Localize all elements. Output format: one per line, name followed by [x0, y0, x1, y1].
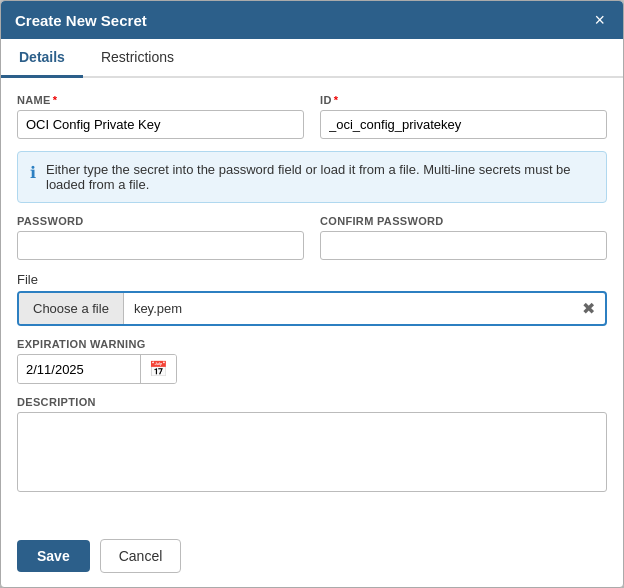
id-field: ID*	[320, 94, 607, 139]
modal-header: Create New Secret ×	[1, 1, 623, 39]
save-button[interactable]: Save	[17, 540, 90, 572]
create-secret-modal: Create New Secret × Details Restrictions…	[0, 0, 624, 588]
file-input-row: Choose a file key.pem ✖	[17, 291, 607, 326]
file-clear-button[interactable]: ✖	[572, 293, 605, 324]
calendar-button[interactable]: 📅	[140, 355, 176, 383]
expiration-input[interactable]	[18, 356, 140, 383]
name-id-row: NAME* ID*	[17, 94, 607, 139]
id-label: ID*	[320, 94, 607, 106]
tab-restrictions[interactable]: Restrictions	[83, 39, 192, 78]
password-field: PASSWORD	[17, 215, 304, 260]
info-text: Either type the secret into the password…	[46, 162, 594, 192]
password-input[interactable]	[17, 231, 304, 260]
name-field: NAME*	[17, 94, 304, 139]
description-textarea[interactable]	[17, 412, 607, 492]
modal-title: Create New Secret	[15, 12, 147, 29]
expiration-row: EXPIRATION WARNING 📅	[17, 338, 607, 384]
tab-bar: Details Restrictions	[1, 39, 623, 78]
confirm-password-input[interactable]	[320, 231, 607, 260]
modal-footer: Save Cancel	[1, 529, 623, 587]
confirm-password-field: CONFIRM PASSWORD	[320, 215, 607, 260]
tab-details[interactable]: Details	[1, 39, 83, 78]
password-row: PASSWORD CONFIRM PASSWORD	[17, 215, 607, 260]
info-box: ℹ Either type the secret into the passwo…	[17, 151, 607, 203]
file-label: File	[17, 272, 607, 287]
date-input-wrap: 📅	[17, 354, 177, 384]
name-label: NAME*	[17, 94, 304, 106]
confirm-password-label: CONFIRM PASSWORD	[320, 215, 607, 227]
file-name-display: key.pem	[124, 293, 572, 324]
expiration-label: EXPIRATION WARNING	[17, 338, 607, 350]
description-label: DESCRIPTION	[17, 396, 607, 408]
modal-body: NAME* ID* ℹ Either type the secret into …	[1, 78, 623, 529]
cancel-button[interactable]: Cancel	[100, 539, 182, 573]
name-input[interactable]	[17, 110, 304, 139]
file-section: File Choose a file key.pem ✖	[17, 272, 607, 326]
id-input[interactable]	[320, 110, 607, 139]
info-icon: ℹ	[30, 163, 36, 182]
close-button[interactable]: ×	[590, 11, 609, 29]
choose-file-button[interactable]: Choose a file	[19, 293, 124, 324]
description-section: DESCRIPTION	[17, 396, 607, 513]
password-label: PASSWORD	[17, 215, 304, 227]
